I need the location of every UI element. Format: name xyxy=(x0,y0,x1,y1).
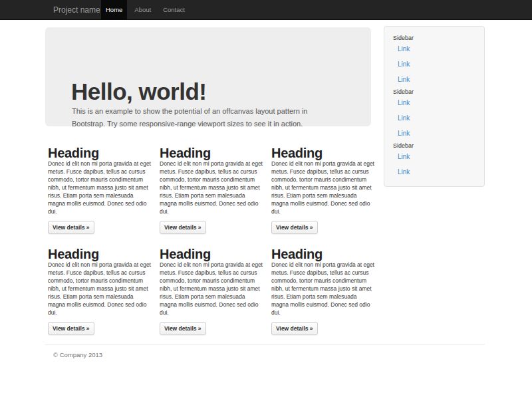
sidebar-link[interactable]: Link xyxy=(393,110,475,126)
sidebar-link[interactable]: Link xyxy=(393,149,475,164)
content-card: Heading Donec id elit non mi porta gravi… xyxy=(271,247,378,335)
sidebar-link[interactable]: Link xyxy=(393,126,475,141)
content-card: Heading Donec id elit non mi porta gravi… xyxy=(271,146,378,234)
sidebar-group-title: Sidebar xyxy=(393,142,475,149)
sidebar-link[interactable]: Link xyxy=(393,41,475,57)
card-body-text: Donec id elit non mi porta gravida at eg… xyxy=(48,160,158,215)
view-details-button[interactable]: View details » xyxy=(160,322,206,335)
sidebar-link[interactable]: Link xyxy=(393,57,475,72)
view-details-button[interactable]: View details » xyxy=(48,322,94,335)
view-details-button[interactable]: View details » xyxy=(271,221,318,234)
card-body-text: Donec id elit non mi porta gravida at eg… xyxy=(271,160,382,215)
page-title: Hello, world! xyxy=(71,80,207,103)
jumbotron: Hello, world! This is an example to show… xyxy=(45,27,371,126)
card-heading: Heading xyxy=(48,146,154,160)
card-heading: Heading xyxy=(271,146,378,160)
content-card: Heading Donec id elit non mi porta gravi… xyxy=(160,247,266,335)
sidebar-group-title: Sidebar xyxy=(393,88,475,95)
card-body-text: Donec id elit non mi porta gravida at eg… xyxy=(160,261,270,317)
sidebar-link[interactable]: Link xyxy=(393,164,475,180)
sidebar-well: Sidebar Link Link Link Sidebar Link Link… xyxy=(384,26,485,187)
sidebar-link[interactable]: Link xyxy=(393,95,475,110)
sidebar-group-title: Sidebar xyxy=(393,35,475,41)
view-details-button[interactable]: View details » xyxy=(271,322,318,335)
jumbotron-description: This is an example to show the potential… xyxy=(72,105,354,130)
content-card: Heading Donec id elit non mi porta gravi… xyxy=(160,146,266,234)
brand-link[interactable]: Project name xyxy=(53,0,100,20)
card-heading: Heading xyxy=(48,247,154,261)
navbar-menu: Home About Contact xyxy=(101,0,190,20)
sidebar-link[interactable]: Link xyxy=(393,72,475,87)
view-details-button[interactable]: View details » xyxy=(160,221,206,234)
card-heading: Heading xyxy=(271,247,378,261)
nav-item-about[interactable]: About xyxy=(130,0,156,20)
card-body-text: Donec id elit non mi porta gravida at eg… xyxy=(271,261,382,317)
nav-item-contact[interactable]: Contact xyxy=(158,0,190,20)
card-heading: Heading xyxy=(160,247,266,261)
nav-item-home[interactable]: Home xyxy=(101,0,127,20)
card-heading: Heading xyxy=(160,146,266,160)
copyright-text: © Company 2013 xyxy=(53,351,485,359)
content-card: Heading Donec id elit non mi porta gravi… xyxy=(48,146,154,234)
card-body-text: Donec id elit non mi porta gravida at eg… xyxy=(160,160,270,215)
top-navbar: Project name Home About Contact xyxy=(0,0,532,20)
card-body-text: Donec id elit non mi porta gravida at eg… xyxy=(48,261,158,317)
page-footer: © Company 2013 xyxy=(45,344,485,359)
view-details-button[interactable]: View details » xyxy=(48,221,94,234)
content-card: Heading Donec id elit non mi porta gravi… xyxy=(48,247,154,335)
